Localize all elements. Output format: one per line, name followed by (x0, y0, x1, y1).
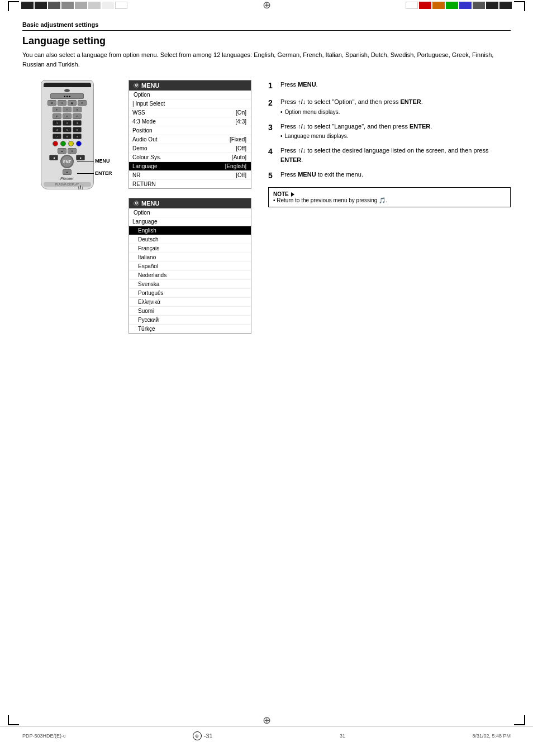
step-2-text: Press ↑/↓ to select "Option", and then p… (280, 97, 511, 116)
footer-right: 8/31/02, 5:48 PM (472, 733, 511, 739)
menu1-title: MENU (141, 82, 159, 89)
step-3: 3 Press ↑/↓ to select "Language", and th… (268, 122, 511, 141)
step-3-num: 3 (268, 122, 277, 141)
step-2-bullet: Option menu displays. (280, 108, 511, 116)
menu1-header: ⚙ MENU (129, 80, 251, 91)
menu1-demo: Demo[Off] (129, 144, 251, 153)
footer-left: PDP-503HDE/(E)-c (22, 733, 66, 739)
step-4: 4 Press ↑/↓ to select the desired langua… (268, 146, 511, 164)
note-text: • Return to the previous menu by pressin… (273, 197, 506, 203)
menu2-language-header: Language (129, 217, 251, 226)
menu1-language: Language[English] (129, 162, 251, 171)
menu1-nr: NR[Off] (129, 171, 251, 180)
note-box: NOTE • Return to the previous menu by pr… (268, 187, 511, 207)
page-number-area: ⊕ -31 (193, 731, 213, 740)
menu2-header: ⚙ MENU (129, 198, 251, 208)
menu2-francais: Français (129, 244, 251, 253)
menu1-option: Option (129, 91, 251, 99)
menu1-colour-sys: Colour Sys.[Auto] (129, 153, 251, 162)
step-3-text: Press ↑/↓ to select "Language", and then… (280, 122, 511, 141)
main-content: Basic adjustment settings Language setti… (0, 10, 533, 354)
menu-box-1: ⚙ MENU Option | Input Select WSS[On] 4:3… (129, 80, 251, 189)
step-4-num: 4 (268, 146, 277, 164)
footer: PDP-503HDE/(E)-c ⊕ -31 31 8/31/02, 5:48 … (0, 726, 533, 745)
remote-control-area: ■ ■ ■ M V ▩ C F T S P P (22, 80, 112, 189)
note-title: NOTE (273, 191, 289, 197)
menu1-position: Position (129, 126, 251, 135)
menu2-greek: Ελληνικά (129, 298, 251, 307)
menu2-russian: Русский (129, 316, 251, 325)
note-arrow-icon (291, 192, 294, 197)
menu1-43mode: 4:3 Mode[4:3] (129, 117, 251, 126)
arrows-label: ↑/↓ (77, 185, 84, 191)
step-5: 5 Press MENU to exit the menu. (268, 170, 511, 182)
bottom-decorative-strip: ⊕ (0, 715, 533, 725)
menu2-svenska: Svenska (129, 280, 251, 289)
page-circle-icon: ⊕ (193, 731, 202, 740)
menu2-turkce: Türkçe (129, 325, 251, 333)
menu2-deutsch: Deutsch (129, 235, 251, 244)
page-number: -31 (204, 733, 213, 739)
step-2-num: 2 (268, 97, 277, 116)
menus-area: ⚙ MENU Option | Input Select WSS[On] 4:3… (129, 80, 251, 343)
menu2-icon: ⚙ (134, 201, 139, 206)
remote-model: PLASMA DISPLAY (44, 182, 91, 187)
note-header: NOTE (273, 191, 506, 197)
menu1-wss: WSS[On] (129, 108, 251, 117)
menu2-espanol: Español (129, 262, 251, 271)
footer-center: 31 (340, 733, 345, 739)
menu1-return: RETURN (129, 180, 251, 188)
step-2: 2 Press ↑/↓ to select "Option", and then… (268, 97, 511, 116)
menu-label: MENU (95, 158, 110, 164)
menu2-nederlands: Nederlands (129, 271, 251, 280)
step-1-num: 1 (268, 80, 277, 92)
instructions-area: 1 Press MENU. 2 Press ↑/↓ to select "Opt… (268, 80, 511, 207)
menu2-suomi: Suomi (129, 307, 251, 316)
menu2-english: English (129, 226, 251, 235)
step-4-text: Press ↑/↓ to select the desired language… (280, 146, 511, 164)
step-5-num: 5 (268, 170, 277, 182)
step-5-text: Press MENU to exit the menu. (280, 170, 511, 182)
step-1-text: Press MENU. (280, 80, 511, 92)
top-decorative-strip: ⊕ (0, 0, 533, 10)
content-layout: ■ ■ ■ M V ▩ C F T S P P (22, 80, 511, 343)
menu-box-2: ⚙ MENU Option Language English Deutsch F… (129, 198, 251, 334)
menu2-portugues: Português (129, 289, 251, 298)
menu2-title: MENU (141, 200, 159, 207)
menu2-option: Option (129, 208, 251, 217)
menu1-input-select: | Input Select (129, 99, 251, 108)
remote-brand: Pioneer (44, 177, 91, 180)
menu2-italiano: Italiano (129, 253, 251, 262)
menu1-icon: ⚙ (134, 83, 139, 88)
section-title: Basic adjustment settings (22, 21, 511, 31)
step-1: 1 Press MENU. (268, 80, 511, 92)
step-3-bullet: Language menu displays. (280, 132, 511, 140)
page-title: Language setting (22, 35, 511, 47)
enter-label: ENTER (95, 170, 112, 176)
page-description: You can also select a language from opti… (22, 50, 511, 69)
menu1-audio-out: Audio Out[Fixed] (129, 135, 251, 144)
